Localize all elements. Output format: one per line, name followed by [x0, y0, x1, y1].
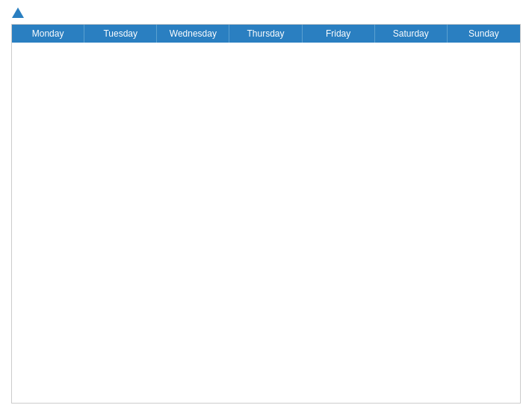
- logo-blue-row: [11, 7, 25, 18]
- logo: [11, 7, 25, 18]
- calendar-grid: MondayTuesdayWednesdayThursdayFridaySatu…: [11, 24, 521, 404]
- day-header-monday: Monday: [12, 25, 84, 43]
- day-header-friday: Friday: [303, 25, 375, 43]
- day-header-wednesday: Wednesday: [157, 25, 229, 43]
- weeks-container: [12, 43, 520, 403]
- day-header-sunday: Sunday: [448, 25, 520, 43]
- day-header-thursday: Thursday: [229, 25, 302, 43]
- day-header-tuesday: Tuesday: [84, 25, 157, 43]
- calendar-page: MondayTuesdayWednesdayThursdayFridaySatu…: [0, 0, 532, 411]
- day-header-saturday: Saturday: [375, 25, 448, 43]
- page-header: [11, 7, 521, 18]
- days-header: MondayTuesdayWednesdayThursdayFridaySatu…: [12, 25, 520, 43]
- logo-triangle-icon: [12, 7, 24, 18]
